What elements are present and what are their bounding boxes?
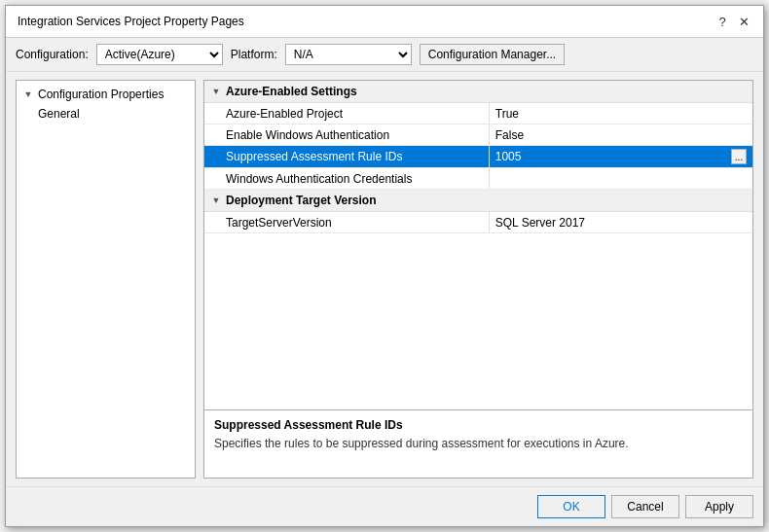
- prop-value-azure-enabled: True: [490, 103, 752, 124]
- properties-table: ▼ Azure-Enabled Settings Azure-Enabled P…: [204, 81, 752, 409]
- prop-name-target-version: TargetServerVersion: [204, 212, 490, 232]
- left-panel: ▼ Configuration Properties General: [16, 80, 196, 479]
- cancel-button[interactable]: Cancel: [611, 495, 679, 518]
- description-text: Specifies the rules to be suppressed dur…: [214, 436, 743, 452]
- title-bar-controls: ? ✕: [714, 14, 751, 29]
- prop-row-azure-enabled[interactable]: Azure-Enabled Project True: [204, 103, 752, 124]
- prop-name-windows-creds: Windows Authentication Credentials: [204, 168, 490, 189]
- tree-parent-label: Configuration Properties: [38, 88, 164, 101]
- prop-value-suppressed: 1005 ...: [490, 146, 752, 167]
- tree-parent-config-properties[interactable]: ▼ Configuration Properties: [17, 85, 195, 104]
- section-deployment-collapse-icon: ▼: [210, 195, 222, 206]
- prop-row-windows-auth[interactable]: Enable Windows Authentication False: [204, 124, 752, 146]
- tree-child-general[interactable]: General: [17, 104, 195, 124]
- footer: OK Cancel Apply: [6, 486, 763, 526]
- right-panel: ▼ Azure-Enabled Settings Azure-Enabled P…: [203, 80, 753, 479]
- prop-row-suppressed[interactable]: Suppressed Assessment Rule IDs 1005 ...: [204, 146, 752, 168]
- prop-value-windows-creds: [490, 168, 752, 189]
- dialog: Integration Services Project Property Pa…: [5, 5, 764, 527]
- section-deployment-label: Deployment Target Version: [226, 194, 376, 207]
- configuration-select[interactable]: Active(Azure): [96, 44, 223, 65]
- prop-value-target-version: SQL Server 2017: [490, 212, 752, 232]
- prop-row-target-version[interactable]: TargetServerVersion SQL Server 2017: [204, 212, 752, 233]
- section-header-azure[interactable]: ▼ Azure-Enabled Settings: [204, 81, 752, 103]
- config-manager-button[interactable]: Configuration Manager...: [420, 44, 565, 65]
- tree-child-label: General: [38, 107, 80, 121]
- close-button[interactable]: ✕: [736, 14, 751, 29]
- suppressed-value-text: 1005: [495, 150, 522, 163]
- ok-button[interactable]: OK: [537, 495, 605, 518]
- section-collapse-icon: ▼: [210, 86, 222, 97]
- prop-name-suppressed: Suppressed Assessment Rule IDs: [204, 146, 490, 167]
- section-azure-label: Azure-Enabled Settings: [226, 85, 357, 98]
- tree: ▼ Configuration Properties General: [17, 81, 195, 127]
- prop-row-windows-creds[interactable]: Windows Authentication Credentials: [204, 168, 752, 190]
- configuration-label: Configuration:: [16, 48, 89, 61]
- help-button[interactable]: ?: [714, 14, 730, 29]
- title-bar: Integration Services Project Property Pa…: [6, 6, 763, 38]
- section-header-deployment[interactable]: ▼ Deployment Target Version: [204, 190, 752, 212]
- prop-name-azure-enabled: Azure-Enabled Project: [204, 103, 490, 124]
- platform-label: Platform:: [231, 48, 277, 61]
- description-panel: Suppressed Assessment Rule IDs Specifies…: [204, 409, 752, 478]
- toolbar: Configuration: Active(Azure) Platform: N…: [6, 38, 763, 72]
- apply-button[interactable]: Apply: [685, 495, 753, 518]
- dialog-title: Integration Services Project Property Pa…: [18, 15, 244, 28]
- main-content: ▼ Configuration Properties General ▼ Azu…: [6, 72, 763, 486]
- ellipsis-button[interactable]: ...: [731, 149, 747, 164]
- collapse-arrow-icon: ▼: [22, 89, 34, 100]
- prop-name-windows-auth: Enable Windows Authentication: [204, 124, 490, 145]
- description-title: Suppressed Assessment Rule IDs: [214, 418, 743, 432]
- platform-select[interactable]: N/A: [285, 44, 412, 65]
- prop-value-windows-auth: False: [490, 124, 752, 145]
